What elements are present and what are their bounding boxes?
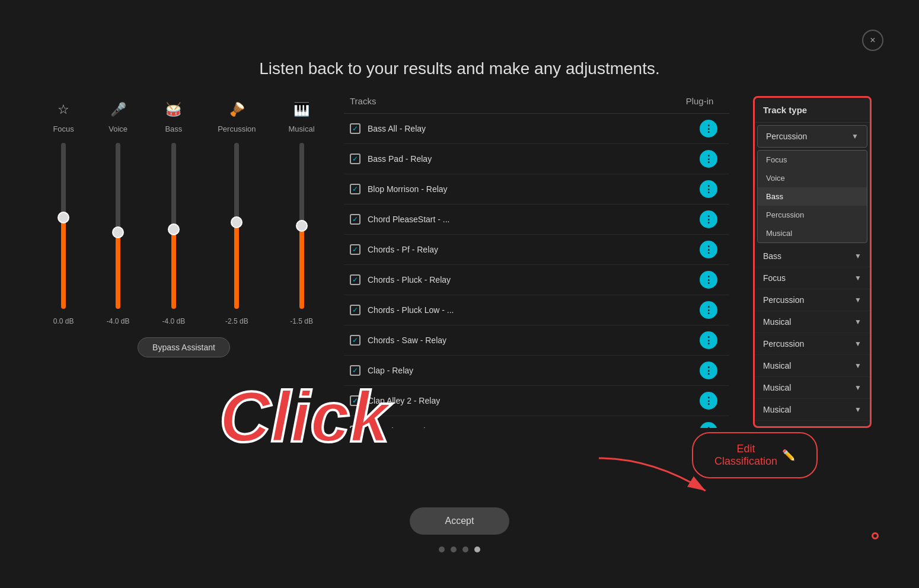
plugin-dot-9[interactable] (700, 392, 717, 410)
nav-dot-3[interactable] (474, 547, 480, 552)
bypass-assistant-button[interactable]: Bypass Assistant (138, 337, 230, 357)
track-name-6: Chords - Pluck Low - ... (368, 305, 700, 315)
bottom-area: Accept (0, 507, 919, 552)
edit-classification-label: Edit Classification (714, 443, 777, 468)
fader-db-percussion: -2.5 dB (225, 317, 248, 325)
dropdown-arrow-3: ▼ (854, 296, 861, 304)
track-type-row-3[interactable]: Percussion ▼ (755, 289, 870, 311)
dropdown-option-percussion[interactable]: Percussion (758, 206, 867, 224)
track-type-row-4[interactable]: Musical ▼ (755, 311, 870, 333)
fader-handle-percussion[interactable] (231, 216, 242, 228)
channel-icon-musical: 🎹 (293, 102, 309, 117)
nav-dot-0[interactable] (439, 547, 445, 552)
track-type-label-2: Focus (763, 273, 786, 283)
fader-channel-musical: 🎹 Musical -1.5 dB (289, 102, 315, 325)
fader-fill-focus (61, 218, 66, 309)
fader-channel-voice: 🎤 Voice -4.0 dB (107, 102, 130, 325)
fader-channel-focus: ☆ Focus 0.0 dB (53, 102, 74, 325)
faders-section: ☆ Focus 0.0 dB 🎤 Voice -4.0 dB 🥁 Bass (47, 96, 320, 428)
fader-track-voice[interactable] (116, 143, 120, 309)
channel-icon-voice: 🎤 (110, 102, 126, 117)
track-type-label-0: Percussion (766, 132, 807, 141)
fader-handle-voice[interactable] (112, 226, 124, 238)
fader-track-percussion[interactable] (234, 143, 239, 309)
track-name-4: Chords - Pf - Relay (368, 245, 700, 254)
plugin-dot-10[interactable] (700, 422, 717, 428)
plugin-dot-4[interactable] (700, 241, 717, 258)
close-button[interactable]: × (862, 30, 883, 51)
fader-db-voice: -4.0 dB (107, 317, 130, 325)
plugin-dot-0[interactable] (700, 120, 717, 138)
fader-track-bass[interactable] (171, 143, 176, 309)
fader-handle-musical[interactable] (296, 220, 308, 232)
edit-classification-button[interactable]: Edit Classification ✏️ (692, 432, 818, 478)
nav-dot-1[interactable] (451, 547, 457, 552)
fader-track-focus[interactable] (61, 143, 66, 309)
fader-track-musical[interactable] (299, 143, 304, 309)
fader-fill-musical (299, 226, 304, 309)
dropdown-option-musical[interactable]: Musical (758, 224, 867, 242)
track-checkbox-3[interactable]: ✓ (350, 214, 360, 225)
track-checkbox-4[interactable]: ✓ (350, 244, 360, 255)
track-type-row-1[interactable]: Bass ▼ (755, 245, 870, 267)
dropdown-option-focus[interactable]: Focus (758, 151, 867, 169)
track-type-label-8: Musical (763, 405, 791, 414)
track-type-label-5: Percussion (763, 339, 804, 349)
track-type-panel: Track type Percussion ▼ Focus Voice Bass… (753, 96, 872, 428)
plugin-dot-6[interactable] (700, 301, 717, 319)
plugin-dot-5[interactable] (700, 271, 717, 289)
accept-button[interactable]: Accept (410, 507, 510, 535)
faders-container: ☆ Focus 0.0 dB 🎤 Voice -4.0 dB 🥁 Bass (53, 102, 314, 325)
track-type-row-2[interactable]: Focus ▼ (755, 267, 870, 289)
track-type-row-7[interactable]: Musical ▼ (755, 377, 870, 399)
tracks-list: ✓ Bass All - Relay ✓ Bass Pad - Relay ✓ … (344, 114, 729, 428)
track-checkbox-10[interactable]: ✓ (350, 426, 360, 428)
track-type-label-7: Musical (763, 383, 791, 392)
track-type-row-5[interactable]: Percussion ▼ (755, 333, 870, 355)
track-row: ✓ ClosedHH - Relay (344, 416, 729, 428)
dropdown-arrow-1: ▼ (854, 252, 861, 260)
track-name-1: Bass Pad - Relay (368, 154, 700, 164)
fader-db-focus: 0.0 dB (53, 317, 74, 325)
track-checkbox-1[interactable]: ✓ (350, 154, 360, 164)
track-checkbox-0[interactable]: ✓ (350, 123, 360, 134)
track-name-8: Clap - Relay (368, 366, 700, 375)
track-name-5: Chords - Pluck - Relay (368, 275, 700, 285)
plugin-dot-1[interactable] (700, 150, 717, 168)
channel-label-musical: Musical (289, 124, 315, 133)
plugin-dot-7[interactable] (700, 331, 717, 349)
track-checkbox-7[interactable]: ✓ (350, 335, 360, 346)
track-type-label-3: Percussion (763, 295, 804, 305)
track-checkbox-9[interactable]: ✓ (350, 395, 360, 406)
track-type-row-0[interactable]: Percussion ▼ (757, 125, 867, 148)
plugin-dot-8[interactable] (700, 362, 717, 379)
channel-icon-bass: 🥁 (165, 102, 181, 117)
dropdown-option-bass[interactable]: Bass (758, 187, 867, 206)
track-type-row-6[interactable]: Musical ▼ (755, 355, 870, 377)
track-checkbox-2[interactable]: ✓ (350, 184, 360, 194)
fader-fill-bass (171, 229, 176, 309)
tracks-header: Tracks Plug-in (344, 96, 729, 114)
fader-channel-bass: 🥁 Bass -4.0 dB (162, 102, 186, 325)
fader-handle-focus[interactable] (58, 212, 69, 223)
plugin-dot-3[interactable] (700, 210, 717, 228)
fader-handle-bass[interactable] (168, 223, 180, 235)
dropdown-arrow-5: ▼ (854, 340, 861, 348)
close-icon: × (870, 35, 875, 46)
track-checkbox-6[interactable]: ✓ (350, 305, 360, 315)
track-row: ✓ Chords - Saw - Relay (344, 325, 729, 356)
fader-fill-percussion (234, 222, 239, 309)
nav-dot-2[interactable] (462, 547, 468, 552)
dropdown-option-voice[interactable]: Voice (758, 169, 867, 187)
track-checkbox-5[interactable]: ✓ (350, 274, 360, 285)
plugin-dot-2[interactable] (700, 180, 717, 198)
track-type-label-1: Bass (763, 251, 781, 261)
track-name-0: Bass All - Relay (368, 124, 700, 133)
track-type-label-6: Musical (763, 361, 791, 370)
track-row: ✓ Chords - Pf - Relay (344, 235, 729, 265)
track-type-row-9[interactable]: Bass ▼ (755, 421, 870, 426)
track-checkbox-8[interactable]: ✓ (350, 365, 360, 376)
track-row: ✓ Bass All - Relay (344, 114, 729, 144)
track-row: ✓ Bass Pad - Relay (344, 144, 729, 174)
track-type-row-8[interactable]: Musical ▼ (755, 399, 870, 421)
